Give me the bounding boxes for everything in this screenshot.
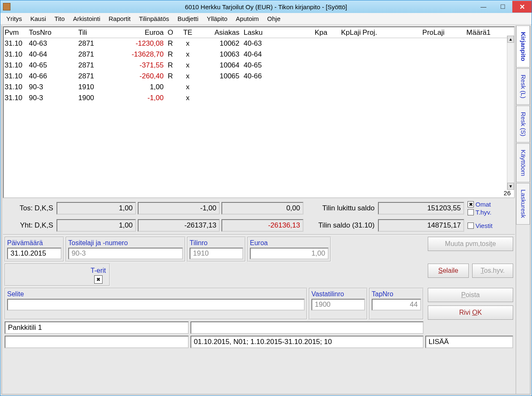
tos-s: 0,00 bbox=[221, 202, 303, 215]
euroa-input[interactable] bbox=[250, 248, 329, 259]
pvm-input[interactable] bbox=[7, 248, 62, 259]
locked-label: Tilin lukittu saldo bbox=[305, 204, 376, 212]
vastatili-label: Vastatilinro bbox=[311, 290, 365, 299]
hdr-kplaji[interactable]: KpLaji bbox=[328, 28, 362, 37]
menu-aputoim[interactable]: Aputoim bbox=[231, 13, 263, 24]
hdr-asiakas[interactable]: Asiakas bbox=[199, 28, 240, 37]
menu-raportit[interactable]: Raportit bbox=[105, 13, 135, 24]
saldo-label: Tilin saldo (31.10) bbox=[305, 221, 376, 230]
entry-panel: Päivämäärä Tositelaji ja -numero Tilinro bbox=[3, 234, 515, 393]
pvm-label: Päivämäärä bbox=[7, 238, 62, 248]
table-row[interactable]: 31.1040-642871-13628,70Rx1006340-64 bbox=[4, 49, 514, 60]
app-icon bbox=[3, 3, 10, 10]
menubar: Yritys Kausi Tito Arkistointi Raportit T… bbox=[0, 13, 532, 25]
hdr-euroa[interactable]: Euroa bbox=[111, 28, 164, 37]
selite-label: Selite bbox=[7, 290, 305, 299]
close-button[interactable]: ✕ bbox=[512, 1, 532, 13]
poista-button[interactable]: Poista bbox=[428, 288, 513, 302]
menu-budjetti[interactable]: Budjetti bbox=[173, 13, 203, 24]
maximize-button[interactable]: ☐ bbox=[493, 1, 512, 13]
menu-ohje[interactable]: Ohje bbox=[263, 13, 285, 24]
tilinro-label: Tilinro bbox=[190, 238, 243, 248]
tos-d: 1,00 bbox=[57, 202, 136, 215]
table-row[interactable]: 31.1040-652871-371,55Rx1006440-65 bbox=[4, 60, 514, 71]
hdr-maara1[interactable]: Määrä1 bbox=[445, 28, 491, 37]
check-column-2: Viestit bbox=[468, 222, 493, 229]
tilinro-input[interactable] bbox=[190, 248, 243, 259]
grid-body: 31.1040-632871-1230,08Rx1006240-6331.104… bbox=[4, 38, 514, 104]
hdr-proj[interactable]: Proj. bbox=[362, 28, 395, 37]
window-controls: — ☐ ✕ bbox=[474, 1, 532, 13]
menu-tito[interactable]: Tito bbox=[50, 13, 69, 24]
menu-kausi[interactable]: Kausi bbox=[26, 13, 51, 24]
tositelaji-input[interactable] bbox=[68, 248, 183, 259]
checkbox-icon: ✖ bbox=[468, 201, 474, 207]
period-box: 01.10.2015, N01; 1.10.2015-31.10.2015; 1… bbox=[190, 336, 424, 348]
window-title: 6010 Herkku Tarjoilut Oy (EUR) - Tikon k… bbox=[0, 3, 532, 10]
tos-k: -1,00 bbox=[138, 202, 220, 215]
scroll-up-icon[interactable]: ▲ bbox=[507, 36, 514, 43]
menu-yllapito[interactable]: Ylläpito bbox=[203, 13, 231, 24]
locked-value: 151203,55 bbox=[378, 202, 464, 215]
table-row[interactable]: 31.1090-319101,00x bbox=[4, 82, 514, 93]
tos-label: Tos: D,K,S bbox=[5, 204, 55, 212]
riviok-button[interactable]: Rivi OK bbox=[428, 305, 513, 320]
hdr-te[interactable]: TE bbox=[176, 28, 199, 37]
chk-omat[interactable]: ✖Omat bbox=[468, 201, 491, 208]
grid-row-count: 26 bbox=[501, 189, 513, 197]
hdr-kpa[interactable]: Kpa bbox=[286, 28, 328, 37]
checkbox-icon bbox=[468, 209, 474, 215]
saldo-value: 148715,17 bbox=[378, 219, 464, 232]
menu-arkistointi[interactable]: Arkistointi bbox=[69, 13, 104, 24]
yht-s: -26136,13 bbox=[221, 219, 303, 232]
hdr-tosnro[interactable]: TosNro bbox=[28, 28, 77, 37]
desc3-box bbox=[5, 336, 189, 348]
table-row[interactable]: 31.1040-632871-1230,08Rx1006240-63 bbox=[4, 38, 514, 49]
transactions-grid[interactable]: Pvm TosNro Tili Euroa O TE Asiakas Lasku… bbox=[3, 26, 515, 198]
tab-laskuresk[interactable]: Laskuresk bbox=[516, 183, 530, 224]
checkbox-icon bbox=[468, 223, 474, 229]
tapnro-input[interactable] bbox=[372, 299, 421, 311]
vastatili-input[interactable] bbox=[311, 299, 365, 311]
table-row[interactable]: 31.1040-662871-260,40Rx1006540-66 bbox=[4, 71, 514, 82]
app-window: 6010 Herkku Tarjoilut Oy (EUR) - Tikon k… bbox=[0, 0, 532, 396]
vertical-scrollbar[interactable]: ▲ ▼ bbox=[507, 36, 514, 190]
yht-d: 1,00 bbox=[57, 219, 136, 232]
menu-yritys[interactable]: Yritys bbox=[2, 13, 26, 24]
chk-viestit[interactable]: Viestit bbox=[468, 222, 493, 229]
muuta-button[interactable]: Muuta pvm,tosite bbox=[428, 237, 513, 251]
minimize-button[interactable]: — bbox=[474, 1, 493, 13]
main-column: Pvm TosNro Tili Euroa O TE Asiakas Lasku… bbox=[2, 26, 516, 394]
titlebar: 6010 Herkku Tarjoilut Oy (EUR) - Tikon k… bbox=[0, 0, 532, 13]
tab-kirjanpito[interactable]: Kirjanpito bbox=[516, 26, 530, 67]
mode-box: LISÄÄ bbox=[425, 336, 513, 348]
yht-label: Yht: D,K,S bbox=[5, 221, 55, 230]
client-area: Pvm TosNro Tili Euroa O TE Asiakas Lasku… bbox=[1, 26, 531, 395]
totals-panel: Tos: D,K,S 1,00 -1,00 0,00 Tilin lukittu… bbox=[3, 198, 515, 234]
tositelaji-label: Tositelaji ja -numero bbox=[68, 238, 183, 248]
tab-kayttoom[interactable]: Käyttöom bbox=[516, 143, 530, 182]
selaile-button[interactable]: Selaile bbox=[428, 264, 469, 278]
check-column: ✖Omat T.hyv. bbox=[468, 201, 491, 216]
tab-resk-s[interactable]: Resk (S) bbox=[516, 106, 530, 142]
terit-label: T-erit bbox=[91, 266, 106, 275]
side-tabs: Kirjanpito Resk (L) Resk (S) Käyttöom La… bbox=[516, 26, 530, 394]
yht-k: -26137,13 bbox=[138, 219, 220, 232]
menu-tilinpaatos[interactable]: Tilinpäätös bbox=[135, 13, 173, 24]
hdr-lasku[interactable]: Lasku bbox=[240, 28, 286, 37]
tapnro-label: TapNro bbox=[372, 290, 421, 299]
table-row[interactable]: 31.1090-31900-1,00x bbox=[4, 93, 514, 104]
terit-checkbox[interactable]: ✖ bbox=[94, 275, 103, 284]
hdr-o[interactable]: O bbox=[164, 28, 176, 37]
chk-thyv[interactable]: T.hyv. bbox=[468, 209, 491, 216]
desc2-box bbox=[190, 321, 424, 334]
hdr-prolaji[interactable]: ProLaji bbox=[395, 28, 445, 37]
euroa-label: Euroa bbox=[250, 238, 329, 248]
grid-header: Pvm TosNro Tili Euroa O TE Asiakas Lasku… bbox=[4, 27, 514, 38]
hdr-tili[interactable]: Tili bbox=[77, 28, 111, 37]
hdr-pvm[interactable]: Pvm bbox=[4, 28, 28, 37]
selite-input[interactable] bbox=[7, 299, 305, 311]
toshyv-button[interactable]: Tos.hyv. bbox=[472, 264, 513, 278]
desc1-box: Pankkitili 1 bbox=[5, 321, 189, 334]
tab-resk-l[interactable]: Resk (L) bbox=[516, 68, 530, 105]
